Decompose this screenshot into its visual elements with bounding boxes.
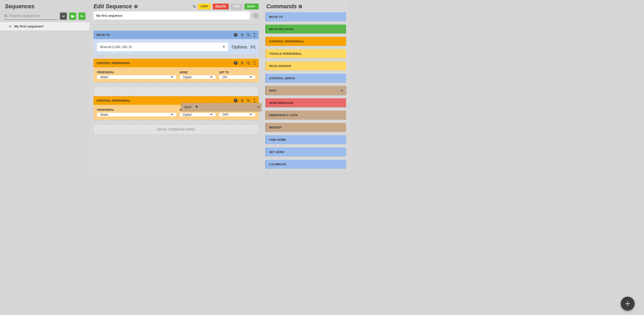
sequences-sidebar: Sequences My first sequence*	[0, 0, 90, 171]
drag-handle-icon[interactable]	[253, 98, 256, 102]
settings-icon[interactable]	[192, 5, 196, 8]
peripheral-value: Water	[100, 113, 108, 116]
delete-button[interactable]: DELETE	[213, 3, 228, 9]
trash-icon[interactable]	[240, 61, 244, 65]
svg-marker-18	[250, 76, 252, 78]
sequence-list-item[interactable]: My first sequence*	[0, 22, 90, 30]
new-sequence-button[interactable]	[78, 12, 86, 20]
chevron-down-icon	[210, 114, 212, 115]
drag-handle-icon[interactable]	[253, 33, 256, 37]
sequence-color-picker[interactable]	[253, 13, 259, 18]
command-item[interactable]: EMERGENCY LOCK	[266, 111, 346, 119]
commands-panel: Commands ? MOVE TOMOVE RELATIVECONTROL P…	[263, 0, 349, 171]
command-label: FIND HOME	[269, 138, 286, 141]
sequence-item-label: My first sequence*	[14, 24, 44, 28]
command-item[interactable]: TOGGLE PERIPHERAL	[266, 49, 346, 58]
command-label: CONTROL PERIPHERAL	[269, 40, 304, 43]
command-item[interactable]: CONTROL PERIPHERAL	[266, 37, 346, 46]
svg-marker-15	[254, 64, 255, 65]
svg-marker-10	[254, 33, 255, 34]
trash-icon[interactable]	[240, 33, 244, 37]
svg-point-0	[4, 14, 6, 16]
sequence-color-dot	[9, 25, 12, 28]
step-title: CONTROL PERIPHERAL	[96, 99, 130, 102]
command-label: TOGGLE PERIPHERAL	[269, 52, 302, 55]
move-icon	[340, 89, 344, 92]
search-icon	[4, 14, 8, 18]
svg-rect-19	[248, 100, 250, 102]
command-label: MOVE RELATIVE	[269, 27, 294, 31]
peripheral-value: Water	[100, 75, 108, 79]
command-item[interactable]: CALIBRATE	[266, 160, 346, 169]
mode-select[interactable]: Digital	[180, 75, 216, 79]
sequences-title: Sequences	[5, 3, 34, 9]
svg-rect-13	[248, 62, 250, 64]
drop-zone[interactable]: DRAG COMMAND HERE	[94, 124, 259, 135]
command-label: SEND MESSAGE	[269, 101, 294, 105]
chevron-down-icon	[250, 114, 252, 115]
svg-marker-23	[210, 114, 212, 115]
peripheral-select[interactable]: Water	[97, 113, 176, 116]
help-icon[interactable]: ?	[234, 99, 238, 102]
editor-title: Edit Sequence	[94, 3, 132, 9]
drag-handle-icon[interactable]	[253, 61, 256, 65]
mode-value: Digital	[183, 113, 192, 116]
command-label: MOVE TO	[269, 15, 283, 18]
peripheral-label: PERIPHERAL	[97, 71, 176, 74]
command-item[interactable]: MOVE TO	[266, 12, 346, 21]
svg-marker-16	[171, 76, 173, 78]
copy-icon[interactable]	[247, 33, 250, 37]
move-icon	[257, 105, 260, 109]
search-input[interactable]	[8, 13, 58, 18]
command-item[interactable]: SET ZERO	[266, 147, 346, 156]
command-item[interactable]: SEND MESSAGE	[266, 98, 346, 107]
copy-button[interactable]: COPY	[198, 3, 211, 9]
help-icon[interactable]: ?	[234, 61, 238, 65]
drag-ghost-wait[interactable]: WAIT	[181, 103, 262, 111]
test-button[interactable]: TEST	[230, 3, 243, 9]
chevron-down-icon	[250, 76, 252, 78]
command-label: EMERGENCY LOCK	[269, 113, 298, 117]
new-folder-button[interactable]	[69, 12, 76, 20]
command-label: REBOOT	[269, 126, 282, 129]
search-input-wrap[interactable]	[4, 12, 58, 20]
svg-marker-22	[171, 114, 173, 115]
svg-marker-12	[223, 46, 225, 47]
command-item[interactable]: REBOOT	[266, 123, 346, 132]
collapse-button[interactable]	[60, 12, 67, 20]
command-item[interactable]: READ SENSOR	[266, 61, 346, 70]
expand-options-icon[interactable]: [+]	[251, 45, 255, 49]
set-to-value: OFF	[222, 113, 228, 116]
command-label: SET ZERO	[269, 150, 284, 154]
svg-rect-9	[248, 34, 250, 36]
sequence-editor: Edit Sequence ? COPY DELETE TEST SAVE * …	[90, 0, 263, 171]
sequence-name-input[interactable]	[94, 11, 250, 20]
move-target-select[interactable]: Broccoli (1180, 250, 0)	[97, 43, 228, 51]
copy-icon[interactable]	[247, 99, 250, 102]
trash-icon[interactable]	[240, 99, 244, 102]
command-item[interactable]: WAIT	[266, 86, 346, 95]
step-control-peripheral: CONTROL PERIPHERAL ? PERIPHERAL Water	[94, 59, 259, 82]
drop-zone[interactable]	[94, 86, 259, 96]
help-icon[interactable]: ?	[234, 33, 238, 37]
drag-ghost-label: WAIT	[184, 105, 192, 109]
mode-label: MODE	[180, 71, 216, 74]
svg-marker-11	[254, 36, 255, 37]
command-item[interactable]: FIND HOME	[266, 135, 346, 144]
help-icon[interactable]: ?	[134, 5, 138, 8]
set-to-label: SET TO	[219, 71, 255, 74]
save-button[interactable]: SAVE *	[244, 3, 259, 9]
help-icon[interactable]: ?	[298, 5, 302, 8]
svg-line-1	[6, 16, 7, 17]
command-item[interactable]: CONTROL SERVO	[266, 74, 346, 83]
set-to-select[interactable]: OFF	[219, 113, 255, 116]
step-title: MOVE TO	[96, 33, 110, 37]
set-to-select[interactable]: ON	[219, 75, 255, 79]
mode-select[interactable]: Digital	[180, 113, 216, 116]
copy-icon[interactable]	[247, 61, 250, 65]
command-label: CONTROL SERVO	[269, 77, 295, 80]
command-item[interactable]: MOVE RELATIVE	[266, 24, 346, 33]
svg-rect-3	[73, 16, 74, 17]
peripheral-select[interactable]: Water	[97, 75, 176, 79]
command-label: READ SENSOR	[269, 64, 291, 68]
